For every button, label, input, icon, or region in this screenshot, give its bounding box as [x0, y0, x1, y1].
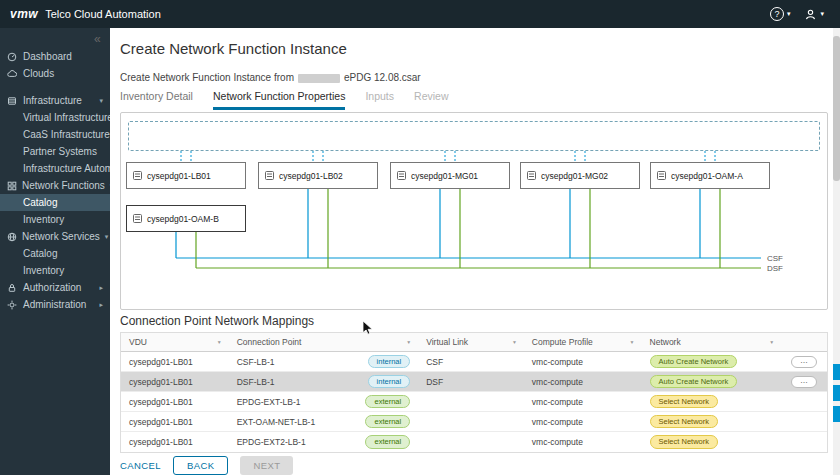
sidebar-item-dashboard[interactable]: Dashboard — [0, 48, 110, 65]
cell-network: Select Network — [642, 392, 782, 411]
vmware-logo: vmw — [10, 7, 38, 21]
sidebar-item-virtual-infrastructure[interactable]: Virtual Infrastructure — [0, 109, 110, 126]
sidebar-item-ns-inventory[interactable]: Inventory — [0, 262, 110, 279]
collapse-sidebar-button[interactable]: « — [94, 32, 101, 46]
sidebar-item-network-services[interactable]: Network Services ▾ — [0, 228, 110, 245]
chevron-down-icon: ▾ — [99, 97, 103, 105]
sidebar-item-label: Dashboard — [23, 51, 72, 62]
tab-inventory-detail[interactable]: Inventory Detail — [120, 90, 193, 110]
column-label: Network — [650, 337, 681, 347]
cell-connection-point: EPDG-EXT-LB-1external — [229, 392, 418, 411]
table-row[interactable]: cysepdg01-LB01 CSF-LB-1internal CSF vmc-… — [121, 352, 827, 372]
cell-virtual-link: DSF — [418, 372, 524, 391]
wizard-footer: CANCEL BACK NEXT — [120, 456, 293, 475]
vdu-icon — [397, 171, 406, 180]
filter-icon[interactable]: ▼ — [406, 339, 411, 345]
scope-badge: external — [365, 435, 410, 449]
sidebar-item-label: Catalog — [23, 197, 57, 208]
sidebar-item-ns-catalog[interactable]: Catalog — [0, 245, 110, 262]
cell-actions — [781, 392, 827, 411]
vdu-node-lb02[interactable]: cysepdg01-LB02 — [258, 162, 378, 189]
cancel-button[interactable]: CANCEL — [120, 460, 161, 471]
sidebar-item-authorization[interactable]: Authorization ▸ — [0, 279, 110, 296]
wizard-tabs: Inventory Detail Network Function Proper… — [120, 90, 448, 110]
vdu-node-label: cysepdg01-LB01 — [147, 171, 211, 181]
sidebar-item-infrastructure-automation[interactable]: Infrastructure Automation — [0, 160, 110, 177]
vdu-node-mg02[interactable]: cysepdg01-MG02 — [520, 162, 640, 189]
scope-badge: external — [365, 395, 410, 409]
mappings-table: VDU▼ Connection Point▼ Virtual Link▼ Com… — [120, 332, 828, 453]
vdu-node-lb01[interactable]: cysepdg01-LB01 — [126, 162, 246, 189]
row-actions-button[interactable]: ... — [791, 376, 817, 388]
chevron-right-icon: ▸ — [99, 301, 103, 309]
deployment-boundary — [128, 121, 820, 151]
cp-label: DSF-LB-1 — [237, 377, 275, 387]
vdu-node-oam-a[interactable]: cysepdg01-OAM-A — [650, 162, 770, 189]
cell-vdu: cysepdg01-LB01 — [121, 412, 229, 431]
sidebar-item-clouds[interactable]: Clouds — [0, 65, 110, 82]
filter-icon[interactable]: ▼ — [217, 339, 222, 345]
subtitle-prefix: Create Network Function Instance from — [120, 72, 294, 83]
sidebar-item-label: Network Services — [22, 231, 100, 242]
lock-icon — [7, 283, 18, 293]
chevron-right-icon: ▸ — [99, 284, 103, 292]
cell-actions: ... — [781, 352, 827, 371]
scope-badge: internal — [368, 375, 411, 389]
chevron-down-icon: ▾ — [787, 10, 791, 18]
table-row[interactable]: cysepdg01-LB01 EXT-OAM-NET-LB-1external … — [121, 412, 827, 432]
sidebar-item-nf-catalog[interactable]: Catalog — [0, 194, 110, 211]
sidebar-item-infrastructure[interactable]: Infrastructure ▾ — [0, 92, 110, 109]
vdu-icon — [133, 171, 142, 180]
app-header: vmw Telco Cloud Automation ? ▾ ▾ — [0, 0, 840, 28]
cp-label: CSF-LB-1 — [237, 357, 275, 367]
table-row[interactable]: cysepdg01-LB01 EPDG-EXT2-LB-1external vm… — [121, 432, 827, 452]
help-menu[interactable]: ? ▾ — [770, 7, 791, 21]
next-button[interactable]: NEXT — [240, 456, 293, 475]
column-header-virtual-link: Virtual Link▼ — [418, 333, 524, 351]
vdu-node-label: cysepdg01-MG01 — [411, 171, 478, 181]
filter-icon[interactable]: ▼ — [630, 339, 635, 345]
column-header-compute-profile: Compute Profile▼ — [524, 333, 642, 351]
network-services-icon — [7, 232, 17, 242]
sidebar-item-caas-infrastructure[interactable]: CaaS Infrastructure — [0, 126, 110, 143]
infrastructure-icon — [7, 96, 18, 106]
table-row[interactable]: cysepdg01-LB01 DSF-LB-1internal DSF vmc-… — [121, 372, 827, 392]
scrollbar-thumb[interactable] — [833, 36, 840, 181]
cell-compute-profile: vmc-compute — [524, 432, 642, 452]
cell-actions: ... — [781, 372, 827, 391]
tab-review[interactable]: Review — [414, 90, 448, 110]
redacted-text — [298, 74, 340, 83]
select-network-badge[interactable]: Select Network — [650, 395, 718, 409]
sidebar-nav: Dashboard Clouds Infrastructure ▾ Virtua… — [0, 28, 110, 475]
sidebar-item-network-functions[interactable]: Network Functions ▾ — [0, 177, 110, 194]
table-row[interactable]: cysepdg01-LB01 EPDG-EXT-LB-1external vmc… — [121, 392, 827, 412]
filter-icon[interactable]: ▼ — [512, 339, 517, 345]
select-network-badge[interactable]: Select Network — [650, 415, 718, 429]
vdu-node-mg01[interactable]: cysepdg01-MG01 — [390, 162, 510, 189]
sidebar-item-label: Authorization — [23, 282, 81, 293]
back-button[interactable]: BACK — [173, 456, 228, 475]
sidebar-item-label: Catalog — [23, 248, 57, 259]
header-actions: ? ▾ ▾ — [770, 7, 824, 21]
user-menu[interactable]: ▾ — [804, 8, 824, 21]
sidebar-item-nf-inventory[interactable]: Inventory — [0, 211, 110, 228]
virtual-link-label-csf: CSF — [767, 254, 783, 263]
row-actions-button[interactable]: ... — [791, 356, 817, 368]
user-icon — [804, 8, 817, 21]
scrollbar-mark — [833, 364, 840, 380]
virtual-link-label-dsf: DSF — [767, 264, 783, 273]
auto-create-network-badge[interactable]: Auto Create Network — [650, 355, 738, 369]
sidebar-item-partner-systems[interactable]: Partner Systems — [0, 143, 110, 160]
tab-inputs[interactable]: Inputs — [365, 90, 394, 110]
tab-network-function-properties[interactable]: Network Function Properties — [213, 90, 345, 110]
filter-icon[interactable]: ▼ — [769, 339, 774, 345]
sidebar-item-administration[interactable]: Administration ▸ — [0, 296, 110, 313]
cell-compute-profile: vmc-compute — [524, 392, 642, 411]
vdu-node-oam-b[interactable]: cysepdg01-OAM-B — [126, 205, 246, 232]
auto-create-network-badge[interactable]: Auto Create Network — [650, 375, 738, 389]
cell-connection-point: EPDG-EXT2-LB-1external — [229, 432, 418, 452]
app-title: Telco Cloud Automation — [45, 8, 161, 20]
cell-virtual-link: CSF — [418, 352, 524, 371]
select-network-badge[interactable]: Select Network — [650, 435, 718, 449]
sidebar-item-label: Network Functions — [22, 180, 105, 191]
